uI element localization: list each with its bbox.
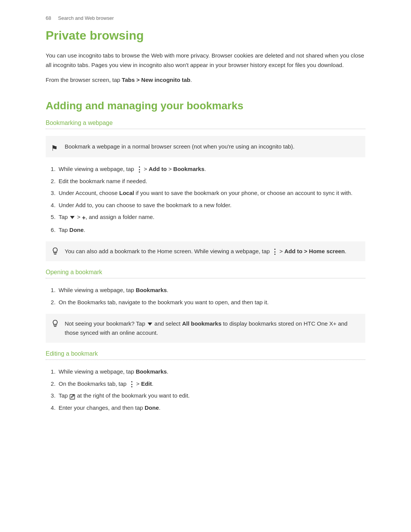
step1-middle: > [142, 166, 149, 172]
page-section-label: Search and Web browser [58, 15, 114, 21]
edit-step1-prefix: While viewing a webpage, tap [59, 368, 136, 375]
open-step1-bookmarks: Bookmarks [136, 287, 167, 293]
bookmarks-title: Adding and managing your bookmarks [46, 100, 365, 112]
tip1-end: . [345, 248, 346, 254]
tip1-middle: > [278, 248, 284, 254]
bookmarking-step-6: Tap Done. [57, 225, 365, 235]
bookmarking-note: ⚑ Bookmark a webpage in a normal browser… [46, 136, 365, 157]
edit-step3-suffix: at the right of the bookmark you want to… [75, 392, 190, 399]
editing-step-2: On the Bookmarks tab, tap ⋮ > Edit. [57, 379, 365, 389]
bookmarking-step-1: While viewing a webpage, tap ⋮ > Add to … [57, 164, 365, 174]
step5-suffix: , and assign a folder name. [86, 214, 155, 220]
tip1-prefix: You can also add a bookmark to the Home … [65, 248, 271, 254]
step5-prefix: Tap [59, 214, 69, 220]
edit-step4-suffix: . [159, 404, 161, 411]
edit-step2-prefix: On the Bookmarks tab, tap [59, 380, 128, 387]
step5-middle: > [75, 214, 82, 220]
edit-step4-prefix: Enter your changes, and then tap [59, 404, 145, 411]
opening-subtitle: Opening a bookmark [46, 269, 365, 278]
edit-pencil-icon [69, 393, 75, 399]
page-number-line: 68 Search and Web browser [46, 15, 365, 21]
plus-icon: + [82, 212, 85, 223]
open-step2-text: On the Bookmarks tab, navigate to the bo… [59, 299, 269, 305]
step3-suffix: if you want to save the bookmark on your… [134, 190, 352, 196]
step6-suffix: . [84, 227, 85, 233]
editing-step-3: Tap at the right of the bookmark you wan… [57, 391, 365, 401]
step4-text: Under Add to, you can choose to save the… [59, 202, 231, 208]
open-step1-prefix: While viewing a webpage, tap [59, 287, 136, 293]
bookmarking-step-3: Under Account, choose Local if you want … [57, 188, 365, 198]
edit-step1-bookmarks: Bookmarks [136, 368, 167, 375]
body2-suffix: . [190, 77, 192, 83]
opening-step-1: While viewing a webpage, tap Bookmarks. [57, 285, 365, 295]
bookmarking-step-5: Tap > +, and assign a folder name. [57, 212, 365, 223]
step1-suffix: . [204, 166, 206, 172]
down-arrow-icon [70, 216, 75, 219]
editing-step-4: Enter your changes, and then tap Done. [57, 403, 365, 413]
bookmarking-step-4: Under Add to, you can choose to save the… [57, 200, 365, 210]
private-browsing-body1: You can use incognito tabs to browse the… [46, 51, 365, 70]
edit-step3-prefix: Tap [59, 392, 69, 399]
step1-bookmarks: Bookmarks [173, 166, 204, 172]
flag-icon: ⚑ [51, 142, 58, 154]
page-number: 68 [46, 15, 51, 21]
edit-step4-done: Done [145, 404, 159, 411]
tip2-prefix: Not seeing your bookmark? Tap [65, 320, 147, 327]
step6-prefix: Tap [59, 227, 69, 233]
bookmarking-tip: You can also add a bookmark to the Home … [46, 241, 365, 261]
editing-steps: While viewing a webpage, tap Bookmarks. … [57, 367, 365, 412]
step1-add-to: Add to [149, 166, 167, 172]
tip2-all-bookmarks: All bookmarks [182, 320, 221, 327]
open-step1-suffix: . [167, 287, 168, 293]
step3-local: Local [119, 190, 134, 196]
tip1-bold: Add to > Home screen [284, 248, 345, 254]
step1-middle2: > [167, 166, 173, 172]
opening-steps: While viewing a webpage, tap Bookmarks. … [57, 285, 365, 307]
body2-prefix: From the browser screen, tap [46, 77, 122, 83]
body2-bold: Tabs > New incognito tab [122, 77, 190, 83]
editing-subtitle: Editing a bookmark [46, 350, 365, 360]
step3-prefix: Under Account, choose [59, 190, 119, 196]
step1-prefix: While viewing a webpage, tap [59, 166, 136, 172]
edit-step1-suffix: . [167, 368, 168, 375]
lightbulb-icon-2 [51, 319, 59, 330]
dots-icon-tip: ⋮ [271, 248, 278, 255]
edit-step2-middle: > [135, 380, 141, 387]
opening-step-2: On the Bookmarks tab, navigate to the bo… [57, 297, 365, 307]
tip2-middle: and select [153, 320, 182, 327]
down-arrow-icon-2 [148, 323, 152, 326]
lightbulb-icon [51, 247, 59, 258]
dots-icon-1: ⋮ [136, 166, 142, 173]
step6-done: Done [69, 227, 84, 233]
private-browsing-title: Private browsing [46, 29, 365, 43]
edit-step2-edit: Edit [141, 380, 152, 387]
private-browsing-body2: From the browser screen, tap Tabs > New … [46, 75, 365, 85]
dots-icon-2: ⋮ [128, 381, 135, 388]
edit-step2-suffix: . [152, 380, 153, 387]
bookmarking-steps: While viewing a webpage, tap ⋮ > Add to … [57, 164, 365, 235]
bookmarking-subtitle: Bookmarking a webpage [46, 120, 365, 129]
note-text: Bookmark a webpage in a normal browser s… [65, 143, 295, 150]
step2-text: Edit the bookmark name if needed. [59, 178, 147, 184]
editing-step-1: While viewing a webpage, tap Bookmarks. [57, 367, 365, 377]
bookmarking-step-2: Edit the bookmark name if needed. [57, 176, 365, 186]
opening-tip: Not seeing your bookmark? Tap and select… [46, 314, 365, 343]
